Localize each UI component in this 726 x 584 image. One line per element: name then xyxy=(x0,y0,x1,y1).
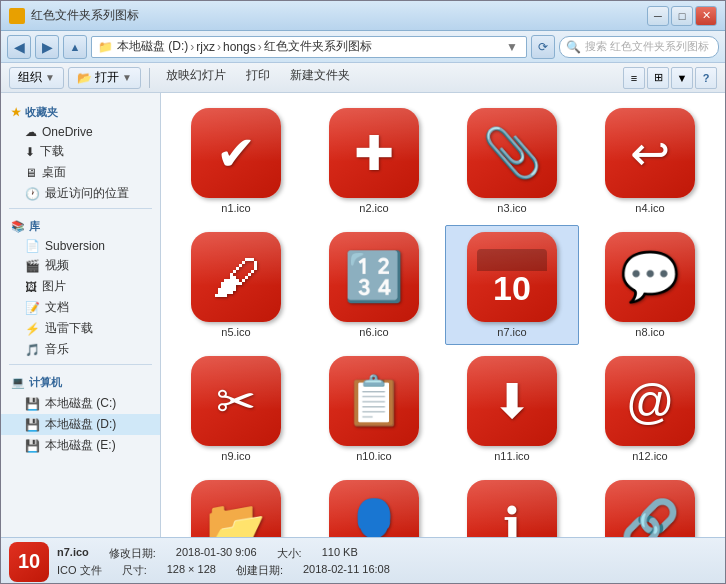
status-created-label: 创建日期: xyxy=(236,563,283,578)
address-bar: ◀ ▶ ▲ 📁 本地磁盘 (D:) › rjxz › hongs › 红色文件夹… xyxy=(1,31,725,63)
sidebar-item-video[interactable]: 🎬 视频 xyxy=(1,255,160,276)
open-chevron: ▼ xyxy=(122,72,132,83)
sidebar-item-disk-d[interactable]: 💾 本地磁盘 (D:) xyxy=(1,414,160,435)
sidebar-item-thunder[interactable]: ⚡ 迅雷下载 xyxy=(1,318,160,339)
documents-icon: 📝 xyxy=(25,301,40,315)
cal-number: 10 xyxy=(493,271,531,305)
file-item-n3[interactable]: 📎 n3.ico xyxy=(445,101,579,221)
libraries-section: 📚 库 📄 Subversion 🎬 视频 🖼 图片 📝 文档 ⚡ 迅雷下 xyxy=(1,213,160,360)
file-item-n9[interactable]: ✂ n9.ico xyxy=(169,349,303,469)
libraries-title: 📚 库 xyxy=(1,213,160,237)
window-icon xyxy=(9,8,25,24)
status-modified-value: 2018-01-30 9:06 xyxy=(176,546,257,561)
organize-button[interactable]: 组织 ▼ xyxy=(9,67,64,89)
file-item-n2[interactable]: ✚ n2.ico xyxy=(307,101,441,221)
file-name-n12: n12.ico xyxy=(632,450,667,462)
thunder-icon: ⚡ xyxy=(25,322,40,336)
maximize-button[interactable]: □ xyxy=(671,6,693,26)
file-icon-n8: 💬 xyxy=(605,232,695,322)
sidebar-item-recent[interactable]: 🕐 最近访问的位置 xyxy=(1,183,160,204)
file-item-n12[interactable]: @ n12.ico xyxy=(583,349,717,469)
pictures-icon: 🖼 xyxy=(25,280,37,294)
window-controls: ─ □ ✕ xyxy=(647,6,717,26)
file-item-n16[interactable]: 🔗 n16.ico xyxy=(583,473,717,537)
status-created-value: 2018-02-11 16:08 xyxy=(303,563,390,578)
sidebar-item-disk-e[interactable]: 💾 本地磁盘 (E:) xyxy=(1,435,160,456)
path-part-2: rjxz xyxy=(196,40,215,54)
sidebar-divider-1 xyxy=(9,208,152,209)
open-label: 打开 xyxy=(95,69,119,86)
file-name-n11: n11.ico xyxy=(494,450,529,462)
view-dropdown[interactable]: ▼ xyxy=(671,67,693,89)
file-item-n14[interactable]: 👤 n14.ico xyxy=(307,473,441,537)
file-icon-n2: ✚ xyxy=(329,108,419,198)
sidebar-item-desktop[interactable]: 🖥 桌面 xyxy=(1,162,160,183)
download-icon: ⬇ xyxy=(25,145,35,159)
sidebar-item-pictures[interactable]: 🖼 图片 xyxy=(1,276,160,297)
status-modified-label: 修改日期: xyxy=(109,546,156,561)
title-bar: 红色文件夹系列图标 ─ □ ✕ xyxy=(1,1,725,31)
file-item-n8[interactable]: 💬 n8.ico xyxy=(583,225,717,345)
file-item-n1[interactable]: ✔ n1.ico xyxy=(169,101,303,221)
status-size-value: 110 KB xyxy=(322,546,358,561)
disk-e-icon: 💾 xyxy=(25,439,40,453)
address-path[interactable]: 📁 本地磁盘 (D:) › rjxz › hongs › 红色文件夹系列图标 ▼ xyxy=(91,36,527,58)
minimize-button[interactable]: ─ xyxy=(647,6,669,26)
sidebar-item-download[interactable]: ⬇ 下载 xyxy=(1,141,160,162)
file-item-n13[interactable]: 📂 n13.ico xyxy=(169,473,303,537)
file-icon-n11: ⬇ xyxy=(467,356,557,446)
file-item-n5[interactable]: 🖌 n5.ico xyxy=(169,225,303,345)
computer-section: 💻 计算机 💾 本地磁盘 (C:) 💾 本地磁盘 (D:) 💾 本地磁盘 (E:… xyxy=(1,369,160,456)
help-button[interactable]: ? xyxy=(695,67,717,89)
status-dimensions-value: 128 × 128 xyxy=(167,563,216,578)
file-name-n5: n5.ico xyxy=(221,326,250,338)
organize-chevron: ▼ xyxy=(45,72,55,83)
sidebar-item-music[interactable]: 🎵 音乐 xyxy=(1,339,160,360)
search-box[interactable]: 🔍 搜索 红色文件夹系列图标 xyxy=(559,36,719,58)
status-dimensions-label: 尺寸: xyxy=(122,563,147,578)
file-icon-n12: @ xyxy=(605,356,695,446)
computer-icon: 💻 xyxy=(11,376,25,389)
file-item-n15[interactable]: ℹ n15.ico xyxy=(445,473,579,537)
file-area: ✔ n1.ico ✚ n2.ico 📎 n3.ico xyxy=(161,93,725,537)
sidebar-item-onedrive[interactable]: ☁ OneDrive xyxy=(1,123,160,141)
sidebar-item-documents[interactable]: 📝 文档 xyxy=(1,297,160,318)
close-button[interactable]: ✕ xyxy=(695,6,717,26)
sidebar-item-subversion[interactable]: 📄 Subversion xyxy=(1,237,160,255)
window-title: 红色文件夹系列图标 xyxy=(31,7,647,24)
file-icon-n4: ↩ xyxy=(605,108,695,198)
file-icon-n13: 📂 xyxy=(191,480,281,537)
file-name-n9: n9.ico xyxy=(221,450,250,462)
back-button[interactable]: ◀ xyxy=(7,35,31,59)
up-button[interactable]: ▲ xyxy=(63,35,87,59)
video-icon: 🎬 xyxy=(25,259,40,273)
desktop-icon: 🖥 xyxy=(25,166,37,180)
print-button[interactable]: 打印 xyxy=(238,67,278,89)
path-sep-2: › xyxy=(217,40,221,54)
file-item-n10[interactable]: 📋 n10.ico xyxy=(307,349,441,469)
favorites-title: 收藏夹 xyxy=(1,99,160,123)
disk-c-icon: 💾 xyxy=(25,397,40,411)
file-item-n4[interactable]: ↩ n4.ico xyxy=(583,101,717,221)
sidebar-item-disk-c[interactable]: 💾 本地磁盘 (C:) xyxy=(1,393,160,414)
status-row-2: ICO 文件 尺寸: 128 × 128 创建日期: 2018-02-11 16… xyxy=(57,563,390,578)
status-file-icon: 10 xyxy=(9,542,49,582)
file-icon-n6: 🔢 xyxy=(329,232,419,322)
file-icon-n3: 📎 xyxy=(467,108,557,198)
path-part-4: 红色文件夹系列图标 xyxy=(264,38,372,55)
open-button[interactable]: 📂 打开 ▼ xyxy=(68,67,141,89)
subversion-icon: 📄 xyxy=(25,239,40,253)
file-item-n6[interactable]: 🔢 n6.ico xyxy=(307,225,441,345)
file-item-n7[interactable]: 10 n7.ico xyxy=(445,225,579,345)
new-folder-button[interactable]: 新建文件夹 xyxy=(282,67,358,89)
file-name-n6: n6.ico xyxy=(359,326,388,338)
view-btn-2[interactable]: ⊞ xyxy=(647,67,669,89)
slideshow-button[interactable]: 放映幻灯片 xyxy=(158,67,234,89)
file-name-n1: n1.ico xyxy=(221,202,250,214)
file-item-n11[interactable]: ⬇ n11.ico xyxy=(445,349,579,469)
main-content: 收藏夹 ☁ OneDrive ⬇ 下载 🖥 桌面 🕐 最近访问的位置 📚 xyxy=(1,93,725,537)
forward-button[interactable]: ▶ xyxy=(35,35,59,59)
refresh-button[interactable]: ⟳ xyxy=(531,35,555,59)
status-type: ICO 文件 xyxy=(57,563,102,578)
view-btn-1[interactable]: ≡ xyxy=(623,67,645,89)
